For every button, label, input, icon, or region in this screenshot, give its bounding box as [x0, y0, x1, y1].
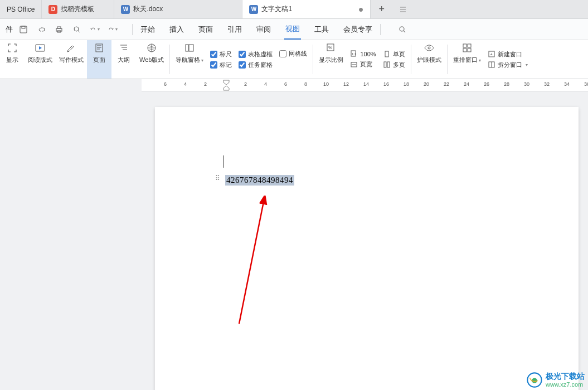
- fullscreen-button[interactable]: 显示: [0, 40, 25, 79]
- newwin-button[interactable]: +新建窗口: [488, 50, 528, 58]
- undo-button[interactable]: ▾: [90, 25, 100, 35]
- ribbon-label: 显示: [6, 56, 18, 64]
- split-button[interactable]: 拆分窗口▾: [488, 61, 528, 69]
- quick-access-toolbar: ▾ ▾: [18, 25, 125, 35]
- template-icon: D: [48, 5, 57, 14]
- menu-view[interactable]: 视图: [284, 20, 301, 40]
- svg-rect-3: [57, 27, 61, 28]
- gridlines-checkbox[interactable]: 网格线: [279, 50, 307, 58]
- markup-checkbox[interactable]: 标记: [210, 61, 232, 69]
- tab-doc-autumn[interactable]: W 秋天.docx: [114, 0, 242, 18]
- menu-tools[interactable]: 工具: [313, 20, 330, 39]
- eyecare-button[interactable]: 护眼模式: [414, 40, 445, 79]
- tab-label: 秋天.docx: [133, 4, 163, 14]
- svg-text:1:1: 1:1: [352, 52, 357, 56]
- onepage-button[interactable]: 单页: [383, 50, 405, 58]
- menu-insert[interactable]: 插入: [168, 20, 185, 39]
- svg-rect-24: [468, 48, 471, 52]
- chevron-down-icon: ▾: [98, 27, 100, 32]
- menu-review[interactable]: 审阅: [255, 20, 272, 39]
- separator: [169, 45, 170, 74]
- width-icon: [350, 61, 358, 69]
- tab-wps-office[interactable]: PS Office: [0, 0, 42, 18]
- ruler-area: 6 4 2 2 4 6 8 10 12 14 16 18 20 22 24 26…: [0, 79, 588, 91]
- svg-point-6: [400, 27, 404, 31]
- svg-rect-1: [22, 26, 25, 28]
- svg-rect-11: [189, 45, 193, 51]
- outline-button[interactable]: 大纲: [111, 40, 136, 79]
- newwin-icon: +: [488, 50, 495, 58]
- svg-rect-19: [387, 62, 390, 67]
- menu-start[interactable]: 开始: [139, 20, 156, 39]
- menu-reference[interactable]: 引用: [226, 20, 243, 39]
- ribbon-label: 护眼模式: [417, 56, 441, 64]
- checkbox-group-1: 标尺 标记: [207, 40, 235, 79]
- search-button[interactable]: [397, 25, 407, 35]
- svg-rect-18: [384, 62, 386, 67]
- separator: [380, 24, 381, 35]
- svg-text:+: +: [490, 52, 493, 57]
- ribbon-label: 显示比例: [319, 56, 343, 64]
- ruler-checkbox[interactable]: 标尺: [210, 50, 232, 58]
- readmode-button[interactable]: 阅读版式: [25, 40, 56, 79]
- chevron-down-icon: ▾: [526, 62, 528, 67]
- tab-template[interactable]: D 找稻壳模板: [42, 0, 114, 18]
- separator: [447, 45, 448, 74]
- watermark: 极光下载站 www.xz7.com: [527, 372, 585, 388]
- arrange-button[interactable]: 重排窗口▾: [450, 40, 484, 79]
- chevron-down-icon: ▾: [201, 58, 203, 63]
- menu-bar: 件 ▾ ▾ 开始 插入 页面 引用 审阅 视图 工具 会员专享: [0, 19, 588, 40]
- preview-button[interactable]: [72, 25, 82, 35]
- save-button[interactable]: [18, 25, 28, 35]
- tab-label: 文字文稿1: [261, 4, 354, 14]
- page-icon: [94, 42, 105, 53]
- play-icon: [35, 42, 46, 53]
- globe-icon: [146, 42, 157, 53]
- tablevirt-checkbox[interactable]: 表格虚框: [239, 50, 273, 58]
- webmode-button[interactable]: Web版式: [136, 40, 167, 79]
- eye-icon: [424, 42, 435, 53]
- checkbox-group-3: 网格线: [276, 40, 310, 79]
- zoom100-button[interactable]: 1:1100%: [350, 50, 376, 58]
- indent-marker[interactable]: [223, 79, 230, 91]
- navpane-icon: [184, 42, 195, 53]
- tab-list-button[interactable]: [399, 0, 407, 18]
- ribbon-label: 导航窗格▾: [176, 56, 203, 64]
- link-button[interactable]: [36, 25, 46, 35]
- word-icon: W: [249, 5, 258, 14]
- tab-add-button[interactable]: +: [371, 0, 392, 18]
- navpane-button[interactable]: 导航窗格▾: [172, 40, 207, 79]
- menu-page[interactable]: 页面: [197, 20, 214, 39]
- menu-member[interactable]: 会员专享: [342, 20, 373, 39]
- fullscreen-icon: [7, 42, 18, 53]
- tab-doc-current[interactable]: W 文字文稿1 ●: [242, 0, 371, 18]
- watermark-title: 极光下载站: [546, 372, 585, 381]
- ribbon: 显示 阅读版式 写作模式 页面 大纲 Web版式 导航窗格▾ 标尺 标记 表格虚…: [0, 40, 588, 79]
- menu-tabs: 开始 插入 页面 引用 审阅 视图 工具 会员专享: [139, 20, 373, 40]
- pagemode-button[interactable]: 页面: [87, 40, 111, 79]
- menu-file[interactable]: 件: [4, 20, 14, 39]
- print-button[interactable]: [54, 25, 64, 35]
- onepage-icon: [383, 50, 391, 58]
- plus-icon: +: [378, 3, 385, 15]
- ribbon-label: 大纲: [118, 56, 130, 64]
- svg-rect-22: [468, 44, 471, 47]
- multipage-button[interactable]: 多页: [383, 61, 405, 69]
- svg-rect-17: [385, 51, 388, 57]
- selected-text[interactable]: 426767848498494: [225, 175, 294, 186]
- zoomratio-button[interactable]: % 显示比例: [315, 40, 347, 79]
- svg-rect-21: [463, 44, 466, 47]
- redo-button[interactable]: ▾: [108, 25, 118, 35]
- document-page[interactable]: [155, 107, 579, 390]
- drag-handle-icon[interactable]: ⠿: [215, 177, 219, 180]
- modified-dot-icon: ●: [358, 4, 364, 14]
- split-icon: [488, 61, 495, 69]
- pagewidth-button[interactable]: 页宽: [350, 60, 376, 69]
- svg-text:%: %: [328, 45, 332, 50]
- taskpane-checkbox[interactable]: 任务窗格: [239, 61, 273, 69]
- text-cursor: [223, 155, 223, 168]
- ribbon-label: 重排窗口▾: [453, 56, 481, 64]
- svg-rect-8: [96, 44, 103, 52]
- writemode-button[interactable]: 写作模式: [56, 40, 87, 79]
- svg-rect-0: [20, 26, 27, 33]
